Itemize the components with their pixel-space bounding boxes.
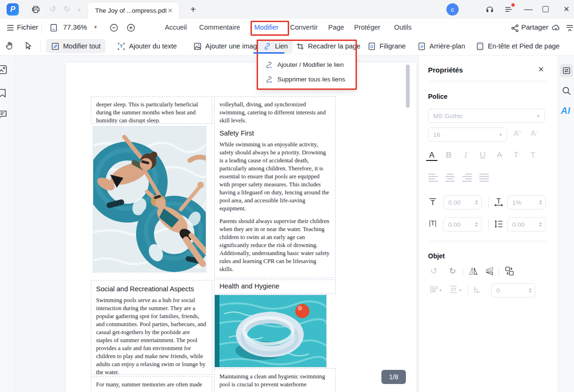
text-block[interactable]: deeper sleep. This is particularly benef… [91,96,212,124]
text-block[interactable]: Social and Recreational Aspects Swimming… [91,280,212,375]
line-spacing-field[interactable] [508,221,538,228]
print-icon[interactable] [31,5,40,14]
pool-photo-women-tubes[interactable] [93,126,206,272]
font-color-button[interactable]: A [426,151,437,161]
stepper[interactable] [474,200,479,205]
stepper[interactable] [538,222,543,227]
new-tab-button[interactable]: + [187,4,199,15]
text-block[interactable]: For many, summer memories are often made [91,376,212,392]
horizontal-scale-field[interactable] [508,199,538,206]
share-icon[interactable] [510,24,520,33]
align-justify-icon[interactable] [479,173,489,182]
tab-modifier[interactable]: Modifier [254,24,279,31]
menu-item-add-edit-link[interactable]: Ajouter / Modifier le lien [258,57,356,72]
align-center-icon[interactable] [445,173,455,182]
tab-convertir[interactable]: Convertir [290,24,318,31]
tab-outils[interactable]: Outils [394,24,412,31]
bold-button[interactable]: B [443,151,454,160]
close-window-button[interactable]: ✕ [561,4,572,15]
italic-button[interactable]: I [460,151,471,160]
search-icon[interactable] [561,86,572,96]
file-menu[interactable]: Fichier [17,23,38,31]
distribute-objects-icon[interactable] [449,285,458,294]
rotate-right-icon[interactable]: ↻ [448,266,457,276]
add-text-button[interactable]: Ajouter du texte [112,39,182,53]
collapse-toolbar-icon[interactable] [565,24,574,33]
line-spacing-input[interactable] [507,217,546,232]
link-button[interactable]: Lien [258,39,292,53]
header-footer-button[interactable]: En-tête et Pied de page [471,39,564,53]
zoom-out-icon[interactable] [109,23,119,32]
redo-icon[interactable]: ↻ [62,5,72,14]
history-caret-icon[interactable]: ▾ [74,5,84,14]
pdf-page[interactable]: deeper sleep. This is particularly benef… [66,63,416,392]
workspace: deeper sleep. This is particularly benef… [0,56,574,392]
zoom-caret-icon[interactable]: ▾ [94,24,97,30]
stepper[interactable] [474,222,479,227]
menu-notifications-icon[interactable] [504,5,513,14]
horizontal-scale-input[interactable] [507,195,546,209]
hand-tool-icon[interactable] [5,41,14,50]
rotate-left-icon[interactable]: ↺ [429,266,438,276]
zoom-level[interactable]: 77.36% [63,23,87,31]
user-avatar[interactable]: c [446,3,459,16]
support-headset-icon[interactable] [485,5,494,14]
char-spacing-field[interactable] [444,199,474,206]
flip-vertical-icon[interactable] [485,266,494,276]
font-size-select[interactable]: 16 ▾ [428,128,507,142]
menu-item-remove-all-links[interactable]: Supprimer tous les liens [258,72,356,87]
background-button[interactable]: Arrière-plan [412,39,470,53]
flip-horizontal-icon[interactable] [469,266,478,276]
superscript-button[interactable]: T' [511,151,522,160]
font-family-select[interactable]: MS Gothic ▾ [428,109,545,123]
edit-all-button[interactable]: Modifier tout [46,39,105,53]
thumbnails-panel-icon[interactable] [0,64,8,75]
minimize-button[interactable]: — [523,4,534,15]
char-spacing-input[interactable] [443,195,482,209]
text-block[interactable]: Maintaining a clean and hygienic swimmin… [214,368,336,392]
align-left-icon[interactable] [428,173,438,182]
tab-commentaire[interactable]: Commentaire [199,24,240,31]
text-block[interactable]: volleyball, diving, and synchronized swi… [214,96,336,278]
word-spacing-input[interactable] [443,217,482,232]
tab-close-icon[interactable]: ✕ [166,7,174,14]
comments-panel-icon[interactable] [0,109,8,120]
align-objects-icon[interactable] [429,285,438,294]
zoom-in-icon[interactable] [126,23,136,32]
add-image-button[interactable]: Ajouter une image [188,39,266,53]
replace-object-icon[interactable] [504,265,515,277]
decrease-font-icon[interactable]: A− [531,129,538,138]
align-right-icon[interactable] [462,173,472,182]
increase-font-icon[interactable]: A+ [514,129,521,138]
tab-proteger[interactable]: Protéger [354,24,380,31]
bookmarks-panel-icon[interactable] [0,88,8,99]
document-tab[interactable]: The Joy of ...ompress.pdf ✕ [87,2,179,19]
ai-assistant-icon[interactable]: AI [561,105,570,116]
pool-photo-ring[interactable] [214,295,327,368]
text-block[interactable]: Health and Hygiene [214,280,336,294]
rotation-angle-field[interactable] [492,287,527,294]
tab-page[interactable]: Page [328,24,344,31]
stepper[interactable] [527,288,533,293]
properties-tab-active[interactable] [560,64,573,77]
page-fit-icon[interactable] [49,23,58,32]
caret-down-icon[interactable]: ▾ [459,288,469,297]
share-label[interactable]: Partager [521,23,549,31]
crop-page-button[interactable]: Recadrer la page [291,39,365,53]
page-indicator[interactable]: 1/8 [381,370,406,384]
subscript-button[interactable]: T, [528,151,539,160]
rotation-angle-input[interactable] [491,283,535,297]
caret-down-icon[interactable]: ▾ [439,288,449,297]
underline-button[interactable]: U [477,151,488,160]
maximize-button[interactable] [542,6,549,12]
undo-icon[interactable]: ↺ [48,5,57,14]
watermark-button[interactable]: Filigrane [363,39,411,53]
word-spacing-field[interactable] [444,221,474,228]
select-cursor-icon[interactable] [24,41,33,50]
cloud-sync-icon[interactable] [551,23,560,32]
scrollbar-thumb[interactable] [406,64,410,108]
stepper[interactable] [538,200,543,205]
tab-accueil[interactable]: Accueil [165,24,187,31]
properties-close-icon[interactable]: ✕ [536,65,546,74]
strikethrough-button[interactable]: A [494,151,505,160]
